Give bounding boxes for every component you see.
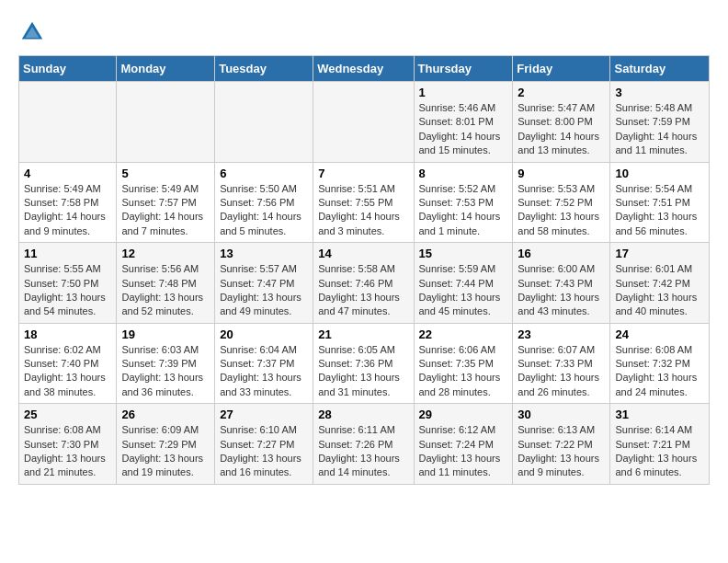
day-info: Sunrise: 6:08 AMSunset: 7:30 PMDaylight:… [24, 423, 111, 480]
day-number: 13 [220, 247, 308, 260]
day-info: Sunrise: 6:02 AMSunset: 7:40 PMDaylight:… [24, 343, 111, 400]
day-number: 17 [615, 247, 704, 260]
day-info: Sunrise: 5:58 AMSunset: 7:46 PMDaylight:… [318, 262, 408, 319]
calendar-cell: 14Sunrise: 5:58 AMSunset: 7:46 PMDayligh… [313, 243, 414, 324]
calendar-cell: 1Sunrise: 5:46 AMSunset: 8:01 PMDaylight… [414, 82, 513, 163]
day-number: 10 [615, 167, 704, 180]
day-number: 20 [220, 327, 308, 341]
calendar-cell: 7Sunrise: 5:51 AMSunset: 7:55 PMDaylight… [313, 162, 414, 243]
day-number: 27 [220, 408, 308, 421]
calendar-table: SundayMondayTuesdayWednesdayThursdayFrid… [18, 55, 710, 485]
day-number: 11 [24, 247, 111, 260]
week-row-3: 11Sunrise: 5:55 AMSunset: 7:50 PMDayligh… [19, 243, 710, 324]
day-number: 22 [419, 327, 508, 341]
day-info: Sunrise: 6:11 AMSunset: 7:26 PMDaylight:… [318, 423, 408, 480]
day-number: 24 [615, 327, 704, 341]
day-info: Sunrise: 5:56 AMSunset: 7:48 PMDaylight:… [121, 262, 210, 319]
day-number: 3 [615, 86, 704, 99]
calendar-cell: 5Sunrise: 5:49 AMSunset: 7:57 PMDaylight… [117, 162, 215, 243]
calendar-cell: 31Sunrise: 6:14 AMSunset: 7:21 PMDayligh… [610, 404, 710, 485]
weekday-header-sunday: Sunday [19, 56, 117, 82]
calendar-cell: 4Sunrise: 5:49 AMSunset: 7:58 PMDaylight… [19, 162, 117, 243]
day-number: 19 [121, 327, 210, 341]
day-number: 12 [121, 247, 210, 260]
day-number: 21 [318, 327, 408, 341]
calendar-cell: 10Sunrise: 5:54 AMSunset: 7:51 PMDayligh… [610, 162, 710, 243]
day-number: 15 [419, 247, 508, 260]
week-row-1: 1Sunrise: 5:46 AMSunset: 8:01 PMDaylight… [19, 82, 710, 163]
calendar-cell: 12Sunrise: 5:56 AMSunset: 7:48 PMDayligh… [117, 243, 215, 324]
weekday-header-row: SundayMondayTuesdayWednesdayThursdayFrid… [19, 56, 710, 82]
day-info: Sunrise: 6:08 AMSunset: 7:32 PMDaylight:… [615, 343, 704, 400]
day-info: Sunrise: 5:46 AMSunset: 8:01 PMDaylight:… [419, 101, 508, 158]
calendar-cell: 20Sunrise: 6:04 AMSunset: 7:37 PMDayligh… [215, 323, 313, 404]
day-number: 29 [419, 408, 508, 421]
day-info: Sunrise: 6:03 AMSunset: 7:39 PMDaylight:… [121, 343, 210, 400]
week-row-2: 4Sunrise: 5:49 AMSunset: 7:58 PMDaylight… [19, 162, 710, 243]
day-info: Sunrise: 5:57 AMSunset: 7:47 PMDaylight:… [220, 262, 308, 319]
calendar-cell: 15Sunrise: 5:59 AMSunset: 7:44 PMDayligh… [414, 243, 513, 324]
day-number: 18 [24, 327, 111, 341]
day-info: Sunrise: 5:52 AMSunset: 7:53 PMDaylight:… [419, 182, 508, 239]
calendar-cell [117, 82, 215, 163]
day-info: Sunrise: 6:14 AMSunset: 7:21 PMDaylight:… [615, 423, 704, 480]
day-number: 2 [518, 86, 605, 99]
day-number: 16 [518, 247, 605, 260]
day-info: Sunrise: 6:01 AMSunset: 7:42 PMDaylight:… [615, 262, 704, 319]
day-info: Sunrise: 5:47 AMSunset: 8:00 PMDaylight:… [518, 101, 605, 158]
day-number: 14 [318, 247, 408, 260]
calendar-cell [215, 82, 313, 163]
weekday-header-tuesday: Tuesday [215, 56, 313, 82]
day-info: Sunrise: 6:10 AMSunset: 7:27 PMDaylight:… [220, 423, 308, 480]
calendar-cell [313, 82, 414, 163]
day-info: Sunrise: 5:54 AMSunset: 7:51 PMDaylight:… [615, 182, 704, 239]
day-info: Sunrise: 6:04 AMSunset: 7:37 PMDaylight:… [220, 343, 308, 400]
calendar-cell: 2Sunrise: 5:47 AMSunset: 8:00 PMDaylight… [513, 82, 610, 163]
calendar-cell: 9Sunrise: 5:53 AMSunset: 7:52 PMDaylight… [513, 162, 610, 243]
day-number: 8 [419, 167, 508, 180]
day-number: 9 [518, 167, 605, 180]
calendar-cell: 21Sunrise: 6:05 AMSunset: 7:36 PMDayligh… [313, 323, 414, 404]
day-info: Sunrise: 6:05 AMSunset: 7:36 PMDaylight:… [318, 343, 408, 400]
day-info: Sunrise: 5:55 AMSunset: 7:50 PMDaylight:… [24, 262, 111, 319]
day-info: Sunrise: 5:49 AMSunset: 7:57 PMDaylight:… [121, 182, 210, 239]
day-number: 7 [318, 167, 408, 180]
day-number: 4 [24, 167, 111, 180]
calendar-cell: 17Sunrise: 6:01 AMSunset: 7:42 PMDayligh… [610, 243, 710, 324]
day-number: 1 [419, 86, 508, 99]
week-row-4: 18Sunrise: 6:02 AMSunset: 7:40 PMDayligh… [19, 323, 710, 404]
day-info: Sunrise: 6:12 AMSunset: 7:24 PMDaylight:… [419, 423, 508, 480]
calendar-cell: 25Sunrise: 6:08 AMSunset: 7:30 PMDayligh… [19, 404, 117, 485]
calendar-cell: 11Sunrise: 5:55 AMSunset: 7:50 PMDayligh… [19, 243, 117, 324]
day-info: Sunrise: 5:51 AMSunset: 7:55 PMDaylight:… [318, 182, 408, 239]
day-info: Sunrise: 5:50 AMSunset: 7:56 PMDaylight:… [220, 182, 308, 239]
calendar-cell: 8Sunrise: 5:52 AMSunset: 7:53 PMDaylight… [414, 162, 513, 243]
calendar-cell: 29Sunrise: 6:12 AMSunset: 7:24 PMDayligh… [414, 404, 513, 485]
day-info: Sunrise: 5:48 AMSunset: 7:59 PMDaylight:… [615, 101, 704, 158]
calendar-cell: 28Sunrise: 6:11 AMSunset: 7:26 PMDayligh… [313, 404, 414, 485]
calendar-cell: 13Sunrise: 5:57 AMSunset: 7:47 PMDayligh… [215, 243, 313, 324]
day-number: 30 [518, 408, 605, 421]
day-info: Sunrise: 6:13 AMSunset: 7:22 PMDaylight:… [518, 423, 605, 480]
calendar-cell: 19Sunrise: 6:03 AMSunset: 7:39 PMDayligh… [117, 323, 215, 404]
calendar-cell: 26Sunrise: 6:09 AMSunset: 7:29 PMDayligh… [117, 404, 215, 485]
weekday-header-friday: Friday [513, 56, 610, 82]
calendar-cell [19, 82, 117, 163]
day-info: Sunrise: 5:49 AMSunset: 7:58 PMDaylight:… [24, 182, 111, 239]
day-info: Sunrise: 5:53 AMSunset: 7:52 PMDaylight:… [518, 182, 605, 239]
day-number: 5 [121, 167, 210, 180]
calendar-cell: 22Sunrise: 6:06 AMSunset: 7:35 PMDayligh… [414, 323, 513, 404]
day-number: 6 [220, 167, 308, 180]
day-number: 28 [318, 408, 408, 421]
day-number: 31 [615, 408, 704, 421]
calendar-cell: 6Sunrise: 5:50 AMSunset: 7:56 PMDaylight… [215, 162, 313, 243]
calendar-cell: 16Sunrise: 6:00 AMSunset: 7:43 PMDayligh… [513, 243, 610, 324]
logo-icon [18, 18, 46, 46]
day-number: 23 [518, 327, 605, 341]
weekday-header-wednesday: Wednesday [313, 56, 414, 82]
day-info: Sunrise: 6:07 AMSunset: 7:33 PMDaylight:… [518, 343, 605, 400]
calendar-cell: 23Sunrise: 6:07 AMSunset: 7:33 PMDayligh… [513, 323, 610, 404]
calendar-cell: 24Sunrise: 6:08 AMSunset: 7:32 PMDayligh… [610, 323, 710, 404]
day-info: Sunrise: 5:59 AMSunset: 7:44 PMDaylight:… [419, 262, 508, 319]
weekday-header-saturday: Saturday [610, 56, 710, 82]
